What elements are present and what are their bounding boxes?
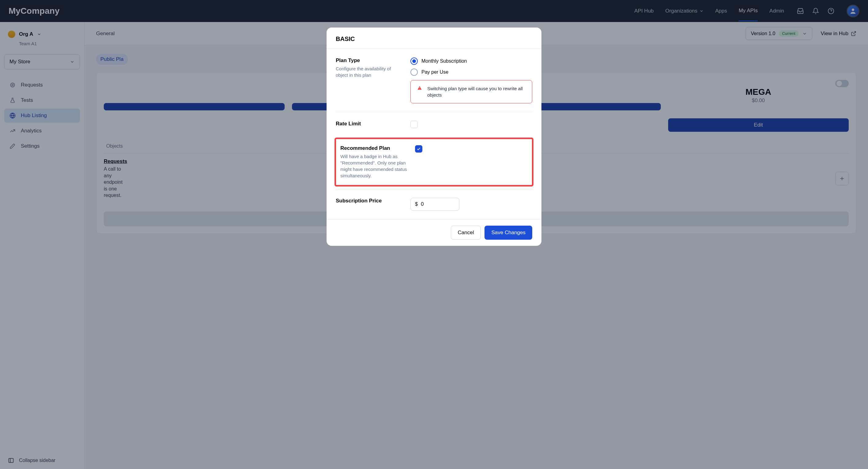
plan-type-desc: Configure the availability of object in … <box>336 65 403 78</box>
radio-icon <box>410 68 418 76</box>
radio-payperuse[interactable]: Pay per Use <box>410 68 532 76</box>
radio-monthly-label: Monthly Subscription <box>422 58 467 64</box>
cancel-button[interactable]: Cancel <box>451 226 481 240</box>
currency-symbol: $ <box>415 201 418 207</box>
radio-payperuse-label: Pay per Use <box>422 69 448 75</box>
section-plan-type: Plan Type Configure the availability of … <box>336 49 532 112</box>
highlight-box: Recommended Plan Will have a badge in Hu… <box>335 138 533 187</box>
warning-box: Switching plan type will cause you to re… <box>410 80 532 103</box>
section-recommended: Recommended Plan Will have a badge in Hu… <box>340 143 528 181</box>
section-rate-limit: Rate Limit <box>336 112 532 138</box>
recommended-desc: Will have a badge in Hub as "Recommended… <box>340 153 408 179</box>
radio-icon <box>410 58 418 65</box>
modal-overlay[interactable]: BASIC Plan Type Configure the availabili… <box>0 0 868 469</box>
plan-type-title: Plan Type <box>336 58 403 64</box>
modal-title: BASIC <box>327 28 541 49</box>
rate-limit-checkbox[interactable] <box>410 121 418 128</box>
warning-text: Switching plan type will cause you to re… <box>427 85 526 98</box>
section-subscription-price: Subscription Price $ <box>336 189 532 219</box>
recommended-checkbox[interactable] <box>415 145 422 153</box>
radio-monthly[interactable]: Monthly Subscription <box>410 58 532 65</box>
modal: BASIC Plan Type Configure the availabili… <box>327 28 541 246</box>
rate-limit-title: Rate Limit <box>336 121 403 127</box>
recommended-title: Recommended Plan <box>340 145 408 152</box>
warning-icon <box>417 85 422 98</box>
price-input[interactable] <box>421 201 455 207</box>
save-button[interactable]: Save Changes <box>485 226 532 240</box>
subscription-price-title: Subscription Price <box>336 198 403 204</box>
modal-footer: Cancel Save Changes <box>327 219 541 246</box>
price-input-wrapper: $ <box>410 198 459 211</box>
